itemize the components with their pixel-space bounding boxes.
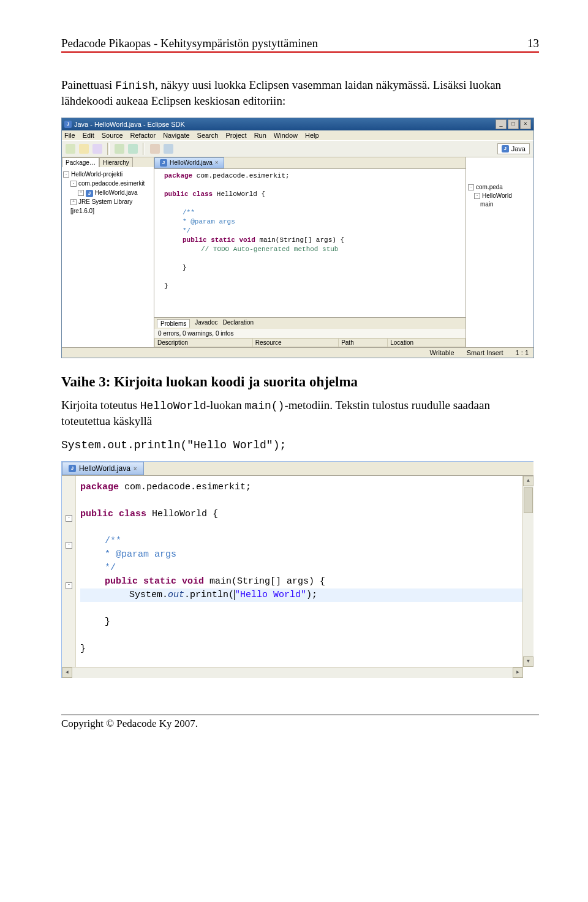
fold-icon[interactable]: - — [66, 515, 72, 522]
new-icon[interactable] — [66, 144, 75, 154]
horizontal-scrollbar[interactable]: ◄ ► — [62, 667, 523, 678]
menu-edit[interactable]: Edit — [83, 132, 94, 139]
debug-icon[interactable] — [115, 144, 124, 154]
tab-package-explorer[interactable]: Package… — [62, 157, 99, 167]
header-page-number: 13 — [527, 37, 539, 50]
editor-tab-helloworld[interactable]: J HelloWorld.java × — [154, 157, 224, 168]
menu-window[interactable]: Window — [274, 132, 298, 139]
step-paragraph: Kirjoita toteutus HelloWorld-luokan main… — [61, 397, 539, 429]
run-icon[interactable] — [128, 144, 138, 154]
minimize-button[interactable]: _ — [496, 119, 507, 129]
save-icon[interactable] — [79, 144, 89, 154]
java-file-icon: J — [160, 159, 167, 167]
toolbar: J Java — [62, 140, 533, 157]
code-editor[interactable]: package com.pedacode.esimerkit; public c… — [154, 168, 466, 317]
scroll-down-icon[interactable]: ▼ — [523, 656, 533, 667]
maximize-button[interactable]: □ — [508, 119, 519, 129]
outline-view: -com.peda -HelloWorld main — [466, 157, 533, 347]
perspective-switcher[interactable]: J Java — [497, 143, 530, 154]
tab-hierarchy[interactable]: Hierarchy — [99, 157, 133, 167]
editor-screenshot: J HelloWorld.java × - - - package com.pe… — [61, 461, 533, 678]
code-snippet: System.out.println("Hello World"); — [61, 438, 539, 453]
vertical-scrollbar[interactable]: ▲ ▼ — [522, 476, 533, 667]
project-tree[interactable]: -HelloWorld-projekti -com.pedacode.esime… — [62, 167, 154, 347]
scroll-up-icon[interactable]: ▲ — [523, 476, 533, 486]
window-title: Java - HelloWorld.java - Eclipse SDK — [74, 121, 185, 128]
print-icon[interactable] — [92, 144, 102, 154]
status-writable: Writable — [430, 349, 454, 356]
package-explorer: Package… Hierarchy -HelloWorld-projekti … — [62, 157, 154, 347]
tab-problems[interactable]: Problems — [157, 319, 190, 328]
menu-file[interactable]: File — [64, 132, 75, 139]
header-title: Pedacode Pikaopas - Kehitysympäristön py… — [61, 37, 318, 50]
menu-search[interactable]: Search — [197, 132, 219, 139]
menu-project[interactable]: Project — [225, 132, 246, 139]
gutter — [62, 476, 76, 678]
page-footer: Copyright © Pedacode Ky 2007. — [61, 715, 539, 730]
tab-declaration[interactable]: Declaration — [223, 319, 254, 328]
eclipse-icon: J — [64, 121, 72, 128]
problems-table: Description Resource Path Location — [154, 338, 466, 347]
close-button[interactable]: × — [520, 119, 531, 129]
scroll-left-icon[interactable]: ◄ — [62, 667, 72, 678]
eclipse-ide-screenshot: J Java - HelloWorld.java - Eclipse SDK _… — [61, 118, 534, 358]
new-package-icon[interactable] — [150, 144, 160, 154]
problems-status: 0 errors, 0 warnings, 0 infos — [154, 329, 466, 338]
java-file-icon: J — [69, 465, 76, 472]
menu-navigate[interactable]: Navigate — [163, 132, 189, 139]
menu-refactor[interactable]: Refactor — [130, 132, 156, 139]
tab-javadoc[interactable]: Javadoc — [195, 319, 217, 328]
close-icon[interactable]: × — [215, 159, 219, 166]
problems-view: Problems Javadoc Declaration 0 errors, 0… — [154, 317, 466, 347]
window-titlebar: J Java - HelloWorld.java - Eclipse SDK _… — [62, 118, 533, 130]
status-cursor: 1 : 1 — [516, 349, 529, 356]
scroll-thumb[interactable] — [524, 487, 533, 513]
code-editor-2[interactable]: - - - package com.pedacode.esimerkit; pu… — [62, 475, 533, 678]
menubar: File Edit Source Refactor Navigate Searc… — [62, 130, 533, 140]
menu-help[interactable]: Help — [305, 132, 319, 139]
java-perspective-icon: J — [502, 145, 509, 152]
intro-paragraph: Painettuasi Finish, näkyy uusi luokka Ec… — [61, 77, 539, 109]
editor-tab-helloworld-2[interactable]: J HelloWorld.java × — [62, 462, 144, 475]
java-file-icon: J — [86, 190, 93, 197]
new-class-icon[interactable] — [164, 144, 173, 154]
status-insert: Smart Insert — [467, 349, 503, 356]
step-heading: Vaihe 3: Kirjoita luokan koodi ja suorit… — [61, 374, 539, 390]
status-bar: Writable Smart Insert 1 : 1 — [62, 347, 533, 358]
menu-source[interactable]: Source — [102, 132, 123, 139]
fold-icon[interactable]: - — [66, 542, 72, 549]
close-icon[interactable]: × — [134, 465, 137, 472]
page-header: Pedacode Pikaopas - Kehitysympäristön py… — [61, 37, 539, 53]
fold-icon[interactable]: - — [66, 582, 72, 589]
scroll-right-icon[interactable]: ► — [513, 667, 523, 678]
menu-run[interactable]: Run — [254, 132, 266, 139]
